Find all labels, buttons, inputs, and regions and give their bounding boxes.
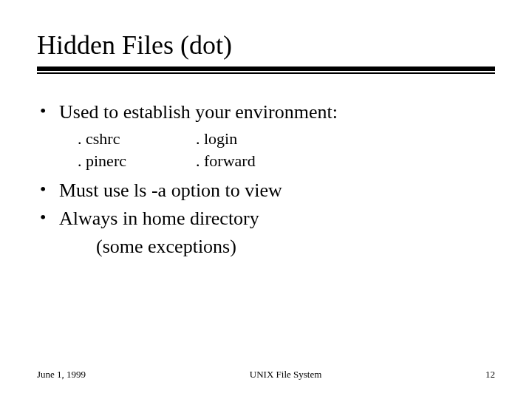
bullet-item: • Must use ls -a option to view <box>37 178 495 203</box>
footer-date: June 1, 1999 <box>37 369 86 381</box>
bullet-item: • Always in home directory <box>37 206 495 231</box>
file-row: . pinerc . forward <box>78 150 495 172</box>
title-rule-thin <box>37 72 495 74</box>
file-cell: . cshrc <box>78 128 196 150</box>
slide-footer: June 1, 1999 UNIX File System 12 <box>37 369 495 381</box>
bullet-icon: • <box>37 100 59 122</box>
footer-page: 12 <box>485 369 495 381</box>
slide-body: • Used to establish your environment: . … <box>37 100 495 259</box>
file-cell: . forward <box>196 150 256 172</box>
file-examples: . cshrc . login . pinerc . forward <box>78 128 495 172</box>
bullet-item: • Used to establish your environment: <box>37 100 495 125</box>
bullet-icon: • <box>37 178 59 200</box>
bullet-text: Must use ls -a option to view <box>59 178 282 203</box>
bullet-subtext: (some exceptions) <box>96 234 495 259</box>
bullet-text: Always in home directory <box>59 206 259 231</box>
bullet-text: Used to establish your environment: <box>59 100 338 125</box>
file-cell: . login <box>196 128 237 150</box>
footer-title: UNIX File System <box>250 369 322 381</box>
title-rule-thick <box>37 66 495 71</box>
bullet-icon: • <box>37 206 59 228</box>
file-row: . cshrc . login <box>78 128 495 150</box>
slide-title: Hidden Files (dot) <box>37 30 495 61</box>
file-cell: . pinerc <box>78 150 196 172</box>
